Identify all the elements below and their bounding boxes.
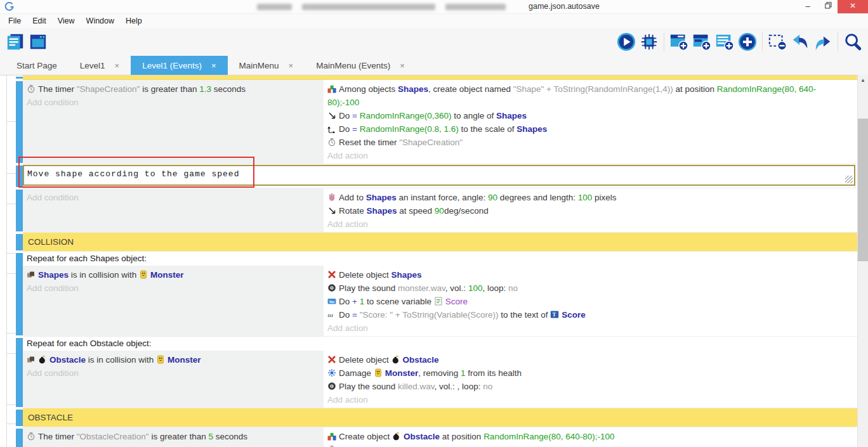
text-segment: "ShapeCreation" (399, 138, 463, 147)
event-handle-bar (16, 164, 23, 188)
menu-item-file[interactable]: File (3, 16, 27, 25)
condition-line[interactable]: The timer "ObstacleCreation" is greater … (27, 430, 319, 443)
action-line[interactable]: Do = RandomInRange(0,360) to angle of Sh… (327, 109, 848, 122)
tab-bar: Start PageLevel1×Level1 (Events)×MainMen… (0, 56, 868, 75)
tab-label: Start Page (16, 61, 57, 70)
tab-mainmenu[interactable]: MainMenu× (228, 56, 305, 75)
text-segment: "ObstacleCreation" (77, 432, 149, 441)
text-segment: from its health (466, 368, 522, 378)
group-banner-row[interactable]: OBSTACLE (23, 408, 857, 427)
add-action[interactable]: Add action (327, 321, 848, 335)
action-line[interactable]: Play the sound monster.wav, vol.: 100, l… (327, 282, 848, 295)
comment-editor[interactable]: Move shape according to the game speed (23, 165, 855, 186)
add-condition[interactable]: Add condition (27, 366, 319, 380)
add-event-button[interactable] (667, 30, 690, 53)
tab-close-icon[interactable]: × (400, 61, 405, 70)
debug-button[interactable] (638, 30, 661, 53)
add-condition[interactable]: Add condition (27, 282, 319, 295)
toolbar (0, 28, 868, 56)
add-condition[interactable]: Add condition (27, 443, 319, 447)
action-line[interactable]: txtDo = "Score: " + ToString(Variable(Sc… (327, 308, 848, 321)
action-line[interactable]: Play the sound killed.wav, vol.: , loop:… (327, 380, 848, 393)
text-segment: "Shape" + ToString(RandomInRange(1,4)) (513, 84, 673, 94)
scroll-up-icon[interactable]: ▲ (858, 75, 868, 86)
scene-variable-icon (434, 297, 443, 306)
add-new-button[interactable] (736, 30, 759, 53)
text-segment: Among objects (339, 84, 398, 94)
undo-button[interactable] (789, 30, 812, 53)
event-gutter (0, 233, 16, 252)
text-segment: Shapes (367, 206, 397, 216)
delete-event-icon (768, 32, 787, 51)
search-button[interactable] (841, 30, 864, 53)
group-banner[interactable]: COLLISION (23, 237, 857, 247)
tab-close-icon[interactable]: × (289, 61, 294, 70)
tab-mainmenu-events[interactable]: MainMenu (Events)× (305, 56, 416, 75)
bomb-icon (392, 432, 401, 441)
add-condition[interactable]: Add condition (27, 96, 319, 109)
variable-icon: Var (327, 297, 336, 306)
condition-line[interactable]: The timer "ShapeCreation" is greater tha… (27, 82, 319, 96)
event-gutter (0, 408, 16, 427)
title-bar: game.json.autosave – ✕ (0, 0, 868, 14)
action-line[interactable]: Damage Monster, removing 1 from its heal… (327, 366, 848, 380)
menu-item-window[interactable]: Window (81, 16, 120, 25)
text-segment: Create object (339, 432, 392, 441)
action-line[interactable]: Among objects Shapes, create object name… (327, 82, 848, 109)
condition-line[interactable]: Shapes is in collision with Monster (27, 268, 319, 282)
scene-editor-button[interactable] (27, 30, 49, 53)
vertical-scrollbar[interactable]: ▲ (857, 75, 868, 447)
add-condition[interactable]: Add condition (27, 191, 319, 204)
text-segment: Do (339, 111, 352, 120)
minimize-button[interactable]: – (798, 0, 817, 13)
text-segment: The timer (38, 84, 77, 94)
tab-start-page[interactable]: Start Page (5, 56, 69, 75)
scrollbar-thumb[interactable] (858, 119, 868, 261)
condition-line[interactable]: Obstacle is in collision with Monster (27, 353, 319, 366)
action-line[interactable]: Delete object Obstacle (327, 353, 848, 366)
action-line[interactable]: Do = RandomInRange(0.8, 1.6) to the scal… (327, 122, 848, 136)
event-gutter (0, 75, 16, 80)
tab-label: MainMenu (239, 61, 279, 70)
close-button[interactable]: ✕ (838, 0, 868, 13)
redo-button[interactable] (812, 30, 834, 53)
text-segment: 90 (435, 206, 444, 216)
damage-icon (327, 368, 336, 377)
add-action[interactable]: Add action (327, 217, 848, 231)
add-comment-button[interactable] (713, 30, 736, 53)
action-line[interactable]: Add to Shapes an instant force, angle: 9… (327, 191, 848, 204)
play-button[interactable] (615, 30, 638, 53)
tab-level1[interactable]: Level1× (69, 56, 131, 75)
add-action[interactable]: Add action (327, 393, 848, 406)
project-manager-button[interactable] (4, 30, 27, 53)
text-segment: Damage (339, 368, 374, 378)
tab-close-icon[interactable]: × (115, 61, 120, 70)
action-line[interactable]: Delete object Shapes (327, 268, 848, 282)
conditions-column: The timer "ObstacleCreation" is greater … (23, 427, 324, 447)
tab-close-icon[interactable]: × (211, 61, 216, 70)
action-line[interactable]: Reset the timer "ObstacleCreation" (327, 443, 848, 447)
group-banner[interactable]: OBSTACLE (23, 413, 857, 422)
foreach-header[interactable]: Repeat for each Shapes object: (23, 252, 857, 266)
text-segment: RandomInRange(80, 640- (717, 84, 816, 94)
action-line[interactable]: Reset the timer "ShapeCreation" (327, 136, 848, 149)
text-segment: Score (562, 310, 586, 320)
svg-text:txt: txt (328, 312, 334, 318)
create-object-icon (327, 84, 336, 93)
action-line[interactable]: Rotate Shapes at speed 90deg/second (327, 204, 848, 217)
foreach-header[interactable]: Repeat for each Obstacle object: (23, 337, 857, 351)
tab-level1-events[interactable]: Level1 (Events)× (131, 56, 227, 75)
restore-button[interactable] (819, 0, 838, 13)
event-handle-bar (16, 188, 23, 233)
menu-item-view[interactable]: View (52, 16, 81, 25)
menu-item-help[interactable]: Help (120, 16, 148, 25)
text-segment: to the text of (498, 310, 550, 320)
delete-event-button[interactable] (766, 30, 789, 53)
add-action[interactable]: Add action (327, 149, 848, 162)
group-banner-row[interactable]: COLLISION (23, 233, 857, 252)
menu-item-edit[interactable]: Edit (27, 16, 52, 25)
resize-grip-icon[interactable] (845, 176, 853, 183)
action-line[interactable]: VarDo + 1 to scene variable Score (327, 295, 848, 308)
action-line[interactable]: Create object Obstacle at position Rando… (327, 430, 848, 443)
add-subevent-button[interactable] (690, 30, 713, 53)
